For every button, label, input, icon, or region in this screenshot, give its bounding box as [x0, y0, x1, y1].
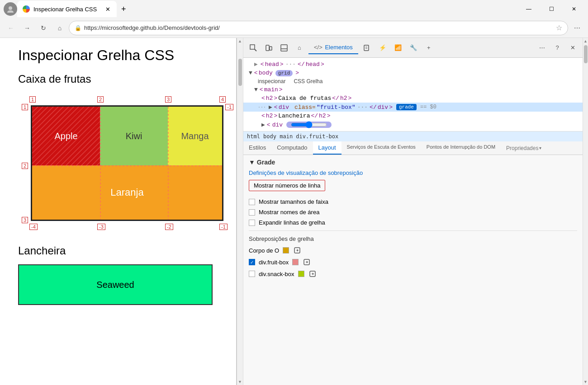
overlay-corpo-row: Corpo de O — [249, 246, 577, 255]
dom-ref: == $0 — [420, 104, 436, 110]
browser-chrome: Inspecionar Grelha CSS ✕ + — ☐ ✕ ← → ↻ ⌂… — [0, 0, 588, 385]
fruit-box-checkbox[interactable]: ✓ — [249, 259, 255, 265]
section2-title: Lancheira — [18, 244, 218, 257]
tab-estilos[interactable]: Estilos — [243, 141, 271, 155]
issues-icon[interactable]: 🔧 — [407, 42, 420, 54]
grid-num-bot-1: -1 — [219, 224, 228, 230]
mostrar-numeros-button[interactable]: Mostrar números de linha — [249, 180, 325, 191]
svg-rect-7 — [364, 45, 369, 51]
sources-icon[interactable] — [361, 42, 374, 54]
laranja-cell: Laranja — [32, 165, 222, 220]
tab-layout[interactable]: Layout — [313, 141, 341, 155]
expandir-linhas-row: Expandir linhas de grelha — [249, 219, 577, 226]
grid-num-bot-2: -2 — [165, 224, 173, 230]
grid-num-bot-4: -4 — [29, 224, 38, 230]
tab-dom-breakpoints[interactable]: Pontos de Interrupção do DOM — [421, 141, 501, 155]
grid-line-h1 — [32, 165, 222, 166]
kiwi-cell: Kiwi — [100, 107, 168, 165]
network-icon[interactable]: 📶 — [392, 42, 404, 54]
forward-button[interactable]: → — [20, 21, 34, 35]
mostrar-nomes-row: Mostrar nomes de área — [249, 209, 577, 216]
more-button[interactable]: ⋯ — [570, 21, 584, 35]
devtools-main: Estilos Computado Layout Serviços de Esc… — [243, 141, 583, 385]
tab-eventos[interactable]: Serviços de Escuta de Eventos — [341, 141, 421, 155]
fruit-grid-wrapper: 1 2 3 4 1 2 3 -4 -3 -2 -1 -1 — [31, 105, 223, 221]
home-button[interactable]: ⌂ — [52, 21, 67, 35]
devtools-scrollbar[interactable]: ▲ ▼ — [583, 38, 588, 385]
maximize-button[interactable]: ☐ — [541, 2, 562, 16]
main-area: Inspecionar Grelha CSS Caixa de frutas 1… — [0, 38, 588, 385]
lock-icon: 🔒 — [75, 25, 81, 31]
grid-slider[interactable] — [291, 123, 327, 127]
add-tab-icon[interactable]: + — [422, 42, 435, 54]
profile-icon[interactable] — [4, 2, 17, 16]
mostrar-tamanhos-checkbox[interactable] — [249, 199, 255, 205]
dom-line-body[interactable]: ▼ < body grid > — [243, 69, 583, 77]
corpo-link-button[interactable] — [293, 246, 302, 255]
url-text: https://microsoftedge.github.io/Demos/de… — [84, 24, 553, 31]
grid-num-left-1: 1 — [22, 104, 28, 110]
svg-rect-3 — [266, 45, 269, 51]
breadcrumb-bar: html body main div.fruit-box — [243, 131, 583, 141]
more-tools-icon[interactable]: ⋯ — [536, 42, 548, 54]
devtools-toolbar: ⌂ </> Elementos ⚡ 📶 🔧 + ⋯ ? ✕ — [243, 38, 583, 58]
grid-num-left-2: 2 — [22, 163, 28, 169]
address-bar[interactable]: 🔒 https://microsoftedge.github.io/Demos/… — [69, 21, 568, 35]
grade-section: ▼ Grade Definições de visualização de so… — [243, 155, 583, 285]
dom-tree: ▶ <head> ··· </head> ▼ < body grid > ins… — [243, 58, 583, 131]
tab-close-button[interactable]: ✕ — [104, 5, 111, 13]
tab-propriedades[interactable]: Propriedades ▾ — [501, 141, 547, 155]
snack-box-checkbox[interactable] — [249, 271, 255, 277]
minimize-button[interactable]: — — [518, 2, 539, 16]
refresh-button[interactable]: ↻ — [36, 21, 51, 35]
tab-elements[interactable]: </> Elementos — [308, 41, 358, 54]
devtools-home-icon[interactable]: ⌂ — [293, 42, 306, 54]
page-title: Inspecionar Grelha CSS — [18, 47, 218, 64]
window-controls: — ☐ ✕ — [518, 2, 584, 16]
favorite-icon[interactable]: ☆ — [556, 23, 562, 32]
tab-title: Inspecionar Grelha CSS — [33, 6, 97, 13]
dom-line-head[interactable]: ▶ <head> ··· </head> — [243, 60, 583, 69]
browser-page: Inspecionar Grelha CSS Caixa de frutas 1… — [0, 38, 237, 385]
grid-line-v2 — [168, 107, 169, 220]
performance-icon[interactable]: ⚡ — [376, 42, 389, 54]
snack-color-swatch[interactable] — [298, 271, 304, 277]
corpo-color-swatch[interactable] — [283, 247, 289, 254]
active-tab[interactable]: Inspecionar Grelha CSS ✕ — [17, 1, 117, 17]
grade-title: ▼ Grade — [249, 159, 577, 166]
tab-computado[interactable]: Computado — [271, 141, 313, 155]
svg-rect-5 — [281, 45, 287, 51]
dom-line-h2-caixa[interactable]: <h2> Caixa de frutas </h2> — [243, 94, 583, 103]
fruit-link-button[interactable] — [302, 258, 311, 267]
grid-num-top-4: 4 — [219, 96, 226, 103]
devtools-close-icon[interactable]: ✕ — [566, 42, 579, 54]
back-button[interactable]: ← — [4, 21, 18, 35]
fruit-grid: Apple Kiwi Manga Laranja — [31, 105, 223, 221]
fruit-color-swatch[interactable] — [292, 259, 299, 265]
help-icon[interactable]: ? — [551, 42, 564, 54]
snack-link-button[interactable] — [308, 269, 317, 278]
svg-rect-4 — [270, 47, 272, 50]
svg-rect-1 — [250, 45, 255, 49]
new-tab-button[interactable]: + — [117, 2, 130, 16]
svg-line-2 — [255, 49, 256, 51]
grid-num-top-2: 2 — [97, 96, 104, 103]
page-scrollbar[interactable]: ▲ ▼ — [237, 38, 243, 385]
expandir-linhas-checkbox[interactable] — [249, 220, 255, 226]
dom-line-h2-lancheira[interactable]: <h2> Lancheira </h2> — [243, 112, 583, 120]
inspect-element-icon[interactable] — [247, 42, 260, 54]
device-emulation-icon[interactable] — [262, 42, 275, 54]
dom-line-fruit-box[interactable]: ··· ▶ <div class= "fruit-box" ··· </div>… — [243, 103, 583, 112]
grid-num-bot-3: -3 — [97, 224, 105, 230]
dom-line-main[interactable]: ▼ <main> — [243, 85, 583, 94]
mostrar-nomes-checkbox[interactable] — [249, 209, 255, 216]
close-button[interactable]: ✕ — [564, 2, 584, 16]
section1-title: Caixa de frutas — [18, 73, 218, 85]
toggle-drawer-icon[interactable] — [278, 42, 290, 54]
overlay-fruit-row: ✓ div.fruit-box — [249, 258, 577, 267]
styles-tabs: Estilos Computado Layout Serviços de Esc… — [243, 141, 583, 155]
dom-line-snack-box[interactable]: ▶ <div — [243, 120, 583, 129]
grade-expand-arrow[interactable]: ▼ — [249, 159, 255, 166]
manga-cell: Manga — [168, 107, 222, 165]
grid-num-top-1: 1 — [29, 96, 36, 103]
